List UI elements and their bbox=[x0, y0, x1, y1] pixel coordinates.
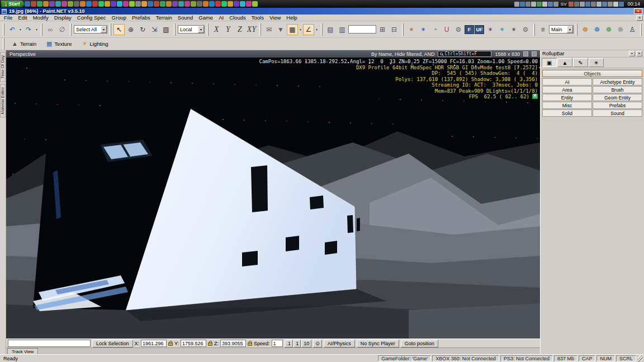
quicklaunch-icon[interactable] bbox=[68, 1, 73, 7]
quicklaunch-icon[interactable] bbox=[221, 1, 227, 7]
track-view-tab[interactable]: Track View bbox=[7, 348, 38, 354]
coord-system-combo[interactable]: Local▾ bbox=[178, 25, 205, 34]
y-input[interactable] bbox=[181, 340, 206, 347]
rotate-tool-icon[interactable]: ↻ bbox=[137, 24, 148, 35]
taskbar-clock[interactable]: 00:14 bbox=[624, 1, 643, 7]
quicklaunch-icon[interactable] bbox=[31, 1, 36, 7]
rollup-close-icon[interactable]: × bbox=[636, 51, 642, 56]
menu-item-help[interactable]: Help bbox=[283, 15, 300, 21]
objects-section-header[interactable]: Objects bbox=[542, 70, 642, 77]
menu-item-view[interactable]: View bbox=[267, 15, 283, 21]
quicklaunch-icon[interactable] bbox=[203, 1, 209, 7]
quicklaunch-icon[interactable] bbox=[74, 1, 79, 7]
axis-xy-button[interactable]: XY bbox=[246, 24, 257, 35]
quicklaunch-icon[interactable] bbox=[197, 1, 202, 7]
menu-item-file[interactable]: File bbox=[1, 15, 15, 21]
layer-combo[interactable]: Main▾ bbox=[549, 25, 574, 34]
redo-icon[interactable]: ↷ bbox=[23, 24, 34, 35]
tray-icon[interactable] bbox=[596, 2, 602, 7]
coord-system-combo-arrow-icon[interactable]: ▾ bbox=[198, 26, 204, 33]
viewport-maximize-icon[interactable] bbox=[532, 51, 537, 56]
quicklaunch-icon[interactable] bbox=[43, 1, 49, 7]
quicklaunch-icon[interactable] bbox=[105, 1, 110, 7]
object-type-button-entity[interactable]: Entity bbox=[542, 94, 592, 101]
pin-icon[interactable]: ▪ bbox=[629, 51, 635, 56]
object-type-button-geom-entity[interactable]: Geom Entity bbox=[593, 94, 642, 101]
environment-tool-icon[interactable]: ☸ bbox=[603, 24, 614, 35]
misc-tool-icon[interactable]: ✶ bbox=[508, 24, 519, 35]
tray-icon[interactable] bbox=[520, 2, 525, 7]
speed-input[interactable] bbox=[272, 340, 283, 347]
quicklaunch-icon[interactable] bbox=[228, 1, 233, 7]
tray-icon[interactable] bbox=[514, 2, 519, 7]
tray-icon[interactable] bbox=[591, 2, 596, 7]
axis-y-button[interactable]: Y bbox=[222, 24, 234, 35]
axis-x-button[interactable]: X bbox=[211, 24, 222, 35]
viewport-mode-label[interactable]: Perspective bbox=[10, 51, 36, 57]
tray-icon[interactable] bbox=[548, 2, 553, 7]
menu-item-tools[interactable]: Tools bbox=[249, 15, 267, 21]
viewport-search-box[interactable] bbox=[438, 51, 491, 57]
unlink-icon[interactable]: ∅ bbox=[56, 24, 68, 35]
quicklaunch-icon[interactable] bbox=[135, 1, 141, 7]
quicklaunch-icon[interactable] bbox=[49, 1, 55, 7]
quicklaunch-icon[interactable] bbox=[86, 1, 92, 7]
no-sync-player-button[interactable]: No Sync Player bbox=[357, 340, 399, 347]
menu-item-terrain[interactable]: Terrain bbox=[153, 15, 175, 21]
resize-grip[interactable] bbox=[637, 355, 643, 362]
texture-button[interactable]: ▦ Texture bbox=[42, 40, 77, 48]
layer-list-icon[interactable]: ▤ bbox=[325, 24, 336, 35]
rollup-tab-terrain[interactable]: ▲ bbox=[557, 58, 572, 67]
y-lock-icon[interactable] bbox=[208, 342, 212, 346]
flowgraph-debug-icon[interactable]: ✶ bbox=[496, 24, 508, 35]
mdi-close-icon[interactable]: × bbox=[636, 15, 643, 21]
uf-editor-button[interactable]: UF bbox=[475, 25, 484, 34]
menu-item-modify[interactable]: Modify bbox=[30, 15, 51, 21]
object-type-button-solid[interactable]: Solid bbox=[542, 109, 592, 117]
scale-tool-icon[interactable]: ⇲ bbox=[149, 24, 160, 35]
tray-icon[interactable] bbox=[613, 2, 618, 7]
tray-icon[interactable] bbox=[585, 2, 590, 7]
vegetation-tool-icon[interactable]: ☸ bbox=[591, 24, 603, 35]
quicklaunch-icon[interactable] bbox=[117, 1, 122, 7]
speed-preset-button-1[interactable]: 1 bbox=[293, 340, 301, 347]
speed-preset-button-1[interactable]: .1 bbox=[285, 340, 293, 347]
object-type-button-area[interactable]: Area bbox=[542, 86, 592, 93]
quicklaunch-icon[interactable] bbox=[160, 1, 165, 7]
quicklaunch-icon[interactable] bbox=[111, 1, 116, 7]
ai-physics-button[interactable]: AI/Physics bbox=[324, 340, 355, 347]
x-lock-icon[interactable] bbox=[168, 342, 173, 346]
facial-editor-button[interactable]: F bbox=[465, 25, 474, 34]
tray-icon[interactable] bbox=[531, 2, 536, 7]
rollup-tab-display[interactable]: ☀ bbox=[589, 58, 604, 67]
quicklaunch-icon[interactable] bbox=[80, 1, 86, 7]
quicklaunch-icon[interactable] bbox=[191, 1, 196, 7]
terrain-button[interactable]: ▲ Terrain bbox=[7, 40, 41, 48]
quicklaunch-icon[interactable] bbox=[92, 1, 98, 7]
object-type-button-misc[interactable]: Misc bbox=[542, 102, 592, 109]
quicklaunch-icon[interactable] bbox=[178, 1, 184, 7]
undo-icon[interactable]: ↶ bbox=[7, 24, 18, 35]
menu-item-config-spec[interactable]: Config Spec bbox=[74, 15, 109, 21]
vertical-tab-material-editor[interactable]: Material Editor bbox=[0, 84, 6, 117]
quicklaunch-icon[interactable] bbox=[61, 1, 67, 7]
viewport-settings-icon[interactable] bbox=[523, 51, 528, 56]
quicklaunch-icon[interactable] bbox=[141, 1, 147, 7]
settings-icon[interactable]: ⚙ bbox=[453, 24, 464, 35]
quicklaunch-icon[interactable] bbox=[98, 1, 104, 7]
quicklaunch-icon[interactable] bbox=[209, 1, 215, 7]
quicklaunch-icon[interactable] bbox=[148, 1, 153, 7]
physics-icon[interactable]: ✶ bbox=[406, 24, 417, 35]
menu-item-display[interactable]: Display bbox=[51, 15, 74, 21]
ai-debug-icon[interactable]: ✶ bbox=[485, 24, 496, 35]
quicklaunch-icon[interactable] bbox=[154, 1, 159, 7]
start-button[interactable]: Start bbox=[1, 1, 24, 7]
close-button[interactable]: × bbox=[634, 8, 642, 14]
tray-icon[interactable] bbox=[602, 2, 607, 7]
add-layer-icon[interactable]: ⊞ bbox=[377, 24, 388, 35]
link-icon[interactable]: ∞ bbox=[45, 24, 56, 35]
object-type-button-brush[interactable]: Brush bbox=[593, 86, 642, 93]
menu-item-prefabs[interactable]: Prefabs bbox=[129, 15, 153, 21]
move-tool-icon[interactable]: ⊕ bbox=[125, 24, 136, 35]
viewport-search-input[interactable] bbox=[444, 51, 489, 56]
